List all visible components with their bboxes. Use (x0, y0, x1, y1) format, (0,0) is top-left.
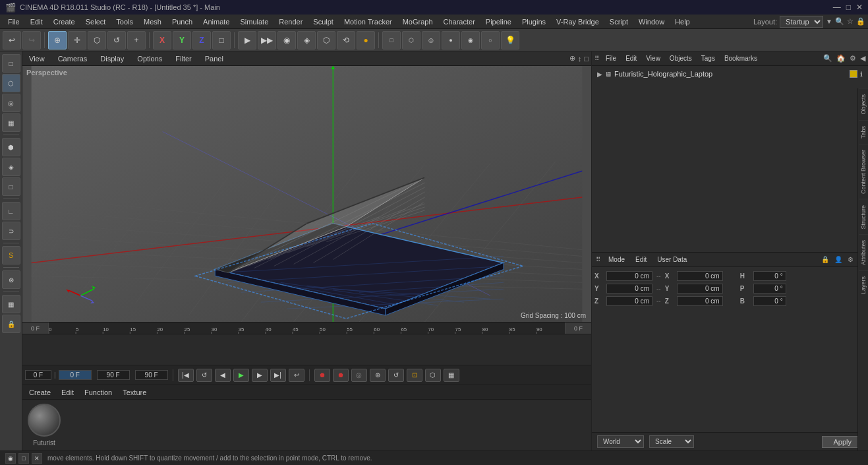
attr-h-input[interactable] (753, 271, 786, 281)
local-global-button[interactable]: □ (212, 31, 231, 49)
rotate-tool-button[interactable]: ↺ (107, 31, 126, 49)
select-tool-button[interactable]: ⊕ (48, 31, 67, 49)
rp-menu-edit[interactable]: Edit (623, 53, 639, 63)
menu-script[interactable]: Script (604, 16, 633, 27)
viewport[interactable]: Perspective Grid Spacing : 100 cm (22, 66, 591, 322)
left-tool-2[interactable]: ⬡ (2, 74, 20, 92)
vp-nav-icon-3[interactable]: □ (584, 55, 589, 63)
coord-mode-select[interactable]: Scale Size (649, 435, 694, 448)
auto-key-button[interactable]: ⏺ (333, 369, 349, 382)
attrs-menu-mode[interactable]: Mode (606, 255, 627, 264)
frame-end-input[interactable] (97, 370, 130, 380)
mode-uv-button[interactable]: ● (442, 31, 460, 49)
left-tool-11[interactable]: ⊗ (2, 270, 20, 289)
record-button[interactable]: ⏺ (314, 369, 330, 382)
left-tool-1[interactable]: □ (2, 54, 20, 73)
mode-poly-button[interactable]: ◎ (422, 31, 440, 49)
close-btn[interactable]: ✕ (856, 3, 863, 12)
loop-button[interactable]: ↩ (289, 369, 304, 382)
transform-tool-button[interactable]: + (127, 31, 146, 49)
menu-punch[interactable]: Punch (167, 16, 198, 27)
rp-home-icon[interactable]: 🏠 (836, 54, 846, 63)
undo-button[interactable]: ↩ (3, 31, 21, 49)
key-all-button[interactable]: ◎ (351, 369, 367, 382)
attr-p-input[interactable] (753, 284, 786, 294)
edit-render-button[interactable]: ⬡ (317, 31, 335, 49)
object-list-row[interactable]: ▶ 🖥 Futuristic_Holographic_Laptop ℹ (594, 69, 865, 79)
object-color-swatch[interactable] (850, 70, 857, 78)
axis-x-button[interactable]: X (153, 31, 171, 49)
mat-menu-function[interactable]: Function (82, 387, 115, 398)
menu-animate[interactable]: Animate (198, 16, 235, 27)
far-tab-attributes[interactable]: Attributes (859, 234, 868, 270)
far-tab-layers[interactable]: Layers (859, 270, 868, 299)
goto-start-button[interactable]: |◀ (178, 369, 194, 382)
attrs-settings-icon[interactable]: ⚙ (848, 256, 854, 263)
rp-menu-bookmarks[interactable]: Bookmarks (722, 53, 760, 63)
menu-help[interactable]: Help (670, 16, 695, 27)
left-tool-13[interactable]: 🔒 (2, 315, 20, 333)
attr-x2-input[interactable] (677, 271, 723, 281)
axis-y-button[interactable]: Y (173, 31, 191, 49)
frame-end2-input[interactable] (135, 370, 168, 380)
attrs-menu-userdata[interactable]: User Data (654, 255, 689, 264)
light-button[interactable]: 💡 (501, 31, 519, 49)
status-icon-3[interactable]: ✕ (32, 453, 42, 464)
play-reverse-button[interactable]: ↺ (196, 369, 212, 382)
left-tool-3[interactable]: ◎ (2, 94, 20, 112)
redo-button[interactable]: ↪ (22, 31, 41, 49)
snap-button[interactable]: ◉ (461, 31, 480, 49)
left-tool-10[interactable]: S (2, 246, 20, 264)
render-region-button[interactable]: ▶ (238, 31, 256, 49)
play-button[interactable]: ▶ (233, 369, 249, 382)
anim-key-button[interactable]: ● (357, 31, 375, 49)
menu-motion-tracker[interactable]: Motion Tracker (339, 16, 397, 27)
layout-lock[interactable]: 🔒 (856, 17, 865, 26)
menu-render[interactable]: Render (274, 16, 308, 27)
rp-menu-tags[interactable]: Tags (699, 53, 718, 63)
render-settings-button[interactable]: ◈ (297, 31, 316, 49)
mat-menu-texture[interactable]: Texture (120, 387, 149, 398)
left-tool-8[interactable]: ∟ (2, 202, 20, 220)
vp-menu-options[interactable]: Options (133, 53, 166, 64)
attr-z2-input[interactable] (677, 296, 723, 306)
vp-menu-panel[interactable]: Panel (201, 53, 227, 64)
far-tab-structure[interactable]: Structure (859, 199, 868, 235)
mode-edge-button[interactable]: ⬡ (402, 31, 420, 49)
mode-point-button[interactable]: □ (382, 31, 401, 49)
axis-z-button[interactable]: Z (192, 31, 211, 49)
attr-z-input[interactable] (606, 296, 652, 306)
rp-search-icon[interactable]: 🔍 (823, 54, 832, 63)
left-tool-6[interactable]: ◈ (2, 158, 20, 176)
frame-start-input[interactable] (25, 370, 51, 380)
mat-menu-edit[interactable]: Edit (59, 387, 76, 398)
menu-tools[interactable]: Tools (111, 16, 138, 27)
vp-nav-icon-2[interactable]: ↕ (578, 55, 582, 63)
anim-record-button[interactable]: ⟲ (337, 31, 355, 49)
key-rot-button[interactable]: ↺ (388, 369, 404, 382)
render-active-button[interactable]: ▶▶ (258, 31, 276, 49)
menu-mograph[interactable]: MoGraph (397, 16, 438, 27)
maximize-btn[interactable]: □ (846, 3, 851, 12)
attrs-lock-icon[interactable]: 🔒 (821, 256, 829, 263)
key-point-button[interactable]: ▦ (444, 369, 459, 382)
status-icon-1[interactable]: ◉ (5, 453, 16, 464)
rp-menu-objects[interactable]: Objects (667, 53, 695, 63)
key-scale-button[interactable]: ⊡ (407, 369, 422, 382)
rp-collapse-icon[interactable]: ◀ (860, 54, 865, 63)
attr-x-input[interactable] (606, 271, 652, 281)
layout-star[interactable]: ☆ (847, 17, 854, 26)
left-tool-4[interactable]: ▦ (2, 113, 20, 132)
menu-vray[interactable]: V-Ray Bridge (551, 16, 604, 27)
vp-menu-view[interactable]: View (25, 53, 49, 64)
frame-current-input[interactable] (59, 370, 92, 380)
mat-menu-create[interactable]: Create (26, 387, 53, 398)
vp-nav-icon-1[interactable]: ⊕ (569, 54, 575, 63)
menu-window[interactable]: Window (633, 16, 670, 27)
attr-y2-input[interactable] (677, 284, 723, 294)
menu-sculpt[interactable]: Sculpt (308, 16, 339, 27)
next-frame-button[interactable]: ▶ (252, 369, 268, 382)
attr-b-input[interactable] (753, 296, 786, 306)
left-tool-12[interactable]: ▦ (2, 295, 20, 313)
key-pos-button[interactable]: ⊕ (370, 369, 386, 382)
